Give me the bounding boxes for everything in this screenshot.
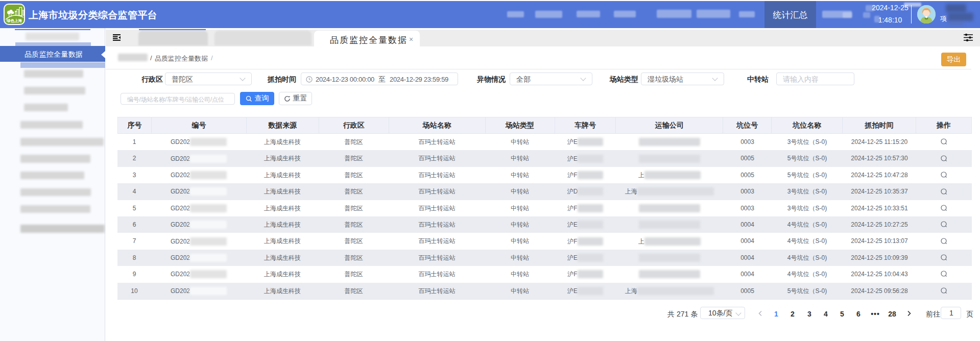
svg-text:绿色上海: 绿色上海: [6, 18, 22, 23]
